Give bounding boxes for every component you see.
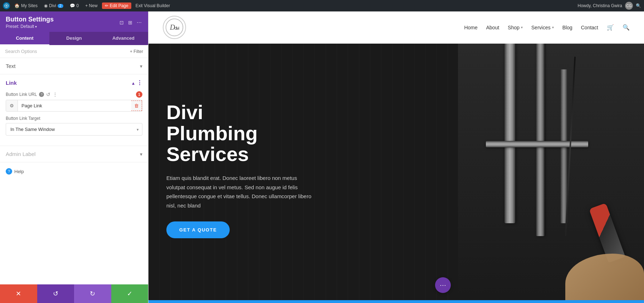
search-options-placeholder[interactable]: Search Options xyxy=(5,49,127,54)
panel-preset[interactable]: Preset: Default ▾ xyxy=(6,24,54,29)
button-link-target-field: Button Link Target In The Same Window In… xyxy=(6,116,142,136)
main-layout: Button Settings Preset: Default ▾ ⊡ ⊞ ⋯ … xyxy=(0,11,644,303)
button-link-target-label: Button Link Target xyxy=(6,116,40,121)
button-link-url-reset-icon[interactable]: ↺ xyxy=(46,92,50,97)
text-chevron-icon: ▾ xyxy=(140,63,142,69)
filter-button[interactable]: + Filter xyxy=(130,49,143,54)
comments-menu[interactable]: 💬 0 xyxy=(68,3,81,8)
admin-bar-right: Howdy, Christina Gwira CG 🔍 xyxy=(578,2,641,10)
help-icon: ? xyxy=(6,168,12,175)
shop-chevron-icon: ▾ xyxy=(521,25,523,29)
admin-label-section: Admin Label ▾ xyxy=(0,146,148,162)
save-button[interactable]: ✓ xyxy=(111,284,148,303)
nav-search-icon[interactable]: 🔍 xyxy=(623,24,630,31)
pencil-icon: ✏ xyxy=(105,3,108,8)
panel-content: Text ▾ Link ▴ ⋮ xyxy=(0,58,148,284)
page-link-delete-icon[interactable]: 🗑 xyxy=(131,101,142,111)
panel-header-actions: ⊡ ⊞ ⋯ xyxy=(119,19,142,26)
nav-about[interactable]: About xyxy=(486,25,499,30)
my-sites-menu[interactable]: 🏠 My Sites xyxy=(12,3,40,8)
tab-design[interactable]: Design xyxy=(49,32,99,45)
panel-title: Button Settings xyxy=(6,16,54,23)
grid-view-icon[interactable]: ⊞ xyxy=(127,19,133,26)
preview-area: D divi Home About Shop ▾ Services ▾ xyxy=(148,11,644,303)
panel-actions: ✕ ↺ ↻ ✓ xyxy=(0,284,148,303)
sync-badge: 2 xyxy=(58,4,63,8)
link-section-header[interactable]: Link ▴ ⋮ xyxy=(0,74,148,91)
bottom-blue-bar xyxy=(148,300,644,303)
more-options-icon[interactable]: ⋯ xyxy=(136,19,142,26)
help-button[interactable]: ? Help xyxy=(0,162,148,180)
link-section-content: Button Link URL ? ↺ ⋮ 1 ⚙ Page Link 🗑 xyxy=(0,91,148,146)
text-section: Text ▾ xyxy=(0,58,148,74)
search-bar: Search Options + Filter xyxy=(0,45,148,58)
new-content-menu[interactable]: + New xyxy=(83,3,99,8)
link-section-icons: ▴ ⋮ xyxy=(132,79,142,86)
nav-services[interactable]: Services ▾ xyxy=(531,25,554,30)
button-link-url-more-icon[interactable]: ⋮ xyxy=(53,92,58,97)
site-header: D divi Home About Shop ▾ Services ▾ xyxy=(148,11,644,44)
divi-menu[interactable]: ◉ Divi 2 xyxy=(42,3,65,8)
link-chevron-icon: ▴ xyxy=(132,80,135,86)
button-link-target-select[interactable]: In The Same Window In A New Tab xyxy=(6,123,142,136)
link-section-title: Link xyxy=(6,80,17,86)
search-icon[interactable]: 🔍 xyxy=(636,3,641,8)
svg-text:divi: divi xyxy=(175,25,179,31)
hero-title: Divi Plumbing Services xyxy=(166,102,440,165)
link-more-icon[interactable]: ⋮ xyxy=(137,79,142,86)
nav-blog[interactable]: Blog xyxy=(562,25,572,30)
hero-right-image xyxy=(458,44,644,300)
admin-label-header[interactable]: Admin Label ▾ xyxy=(0,146,148,162)
site-logo[interactable]: D divi xyxy=(163,16,186,39)
text-section-icons: ▾ xyxy=(140,63,142,69)
button-link-target-select-field: In The Same Window In A New Tab ▾ xyxy=(6,123,142,136)
admin-label-icons: ▾ xyxy=(140,151,142,157)
button-link-target-label-row: Button Link Target xyxy=(6,116,142,121)
admin-bar: 🏠 My Sites ◉ Divi 2 💬 0 + New ✏ Edit Pag… xyxy=(0,0,644,11)
divi-icon: ◉ xyxy=(44,3,48,8)
button-link-target-select-wrap: In The Same Window In A New Tab ▾ xyxy=(6,123,142,136)
nav-contact[interactable]: Contact xyxy=(581,25,598,30)
hero-left: Divi Plumbing Services Etiam quis blandi… xyxy=(148,44,458,300)
wordpress-icon[interactable] xyxy=(3,2,10,9)
home-icon: 🏠 xyxy=(14,3,20,8)
redo-button[interactable]: ↻ xyxy=(74,284,111,303)
button-link-url-field: Button Link URL ? ↺ ⋮ 1 ⚙ Page Link 🗑 xyxy=(6,91,142,112)
howdy-text: Howdy, Christina Gwira xyxy=(578,3,622,8)
admin-label-title: Admin Label xyxy=(6,151,35,157)
edit-page-button[interactable]: ✏ Edit Page xyxy=(102,3,131,9)
button-link-url-help-icon[interactable]: ? xyxy=(39,92,44,97)
settings-panel: Button Settings Preset: Default ▾ ⊡ ⊞ ⋯ … xyxy=(0,11,148,303)
page-link-settings-icon[interactable]: ⚙ xyxy=(6,100,18,111)
user-avatar[interactable]: CG xyxy=(625,2,633,10)
exit-builder-button[interactable]: Exit Visual Builder xyxy=(133,3,172,8)
text-section-header[interactable]: Text ▾ xyxy=(0,58,148,74)
button-link-url-label-row: Button Link URL ? ↺ ⋮ 1 xyxy=(6,91,142,98)
hero-section: Divi Plumbing Services Etiam quis blandi… xyxy=(148,44,644,300)
button-link-url-label: Button Link URL xyxy=(6,92,37,97)
button-link-url-badge: 1 xyxy=(136,91,142,98)
services-chevron-icon: ▾ xyxy=(552,25,554,29)
undo-button[interactable]: ↺ xyxy=(37,284,74,303)
hero-body-text: Etiam quis blandit erat. Donec laoreet l… xyxy=(166,174,317,210)
nav-home[interactable]: Home xyxy=(464,25,477,30)
preset-chevron: ▾ xyxy=(35,25,37,29)
cancel-button[interactable]: ✕ xyxy=(0,284,37,303)
site-nav: Home About Shop ▾ Services ▾ Blog Contac xyxy=(464,24,630,31)
panel-header: Button Settings Preset: Default ▾ ⊡ ⊞ ⋯ xyxy=(0,11,148,32)
admin-label-chevron-icon: ▾ xyxy=(140,151,142,157)
cta-button[interactable]: GET A QUOTE xyxy=(166,221,230,238)
cart-icon[interactable]: 🛒 xyxy=(607,24,614,31)
hero-plumbing-image xyxy=(458,44,644,300)
float-more-button[interactable]: ⋯ xyxy=(435,277,451,293)
snapshot-icon[interactable]: ⊡ xyxy=(119,19,125,26)
tab-content[interactable]: Content xyxy=(0,32,49,45)
page-link-text: Page Link xyxy=(18,100,131,111)
text-section-title: Text xyxy=(6,63,16,69)
nav-shop[interactable]: Shop ▾ xyxy=(508,25,523,30)
page-link-input: ⚙ Page Link 🗑 xyxy=(6,100,142,112)
comment-icon: 💬 xyxy=(70,3,75,8)
panel-tabs: Content Design Advanced xyxy=(0,32,148,45)
link-section: Link ▴ ⋮ Button Link URL ? ↺ ⋮ xyxy=(0,74,148,146)
tab-advanced[interactable]: Advanced xyxy=(99,32,148,45)
